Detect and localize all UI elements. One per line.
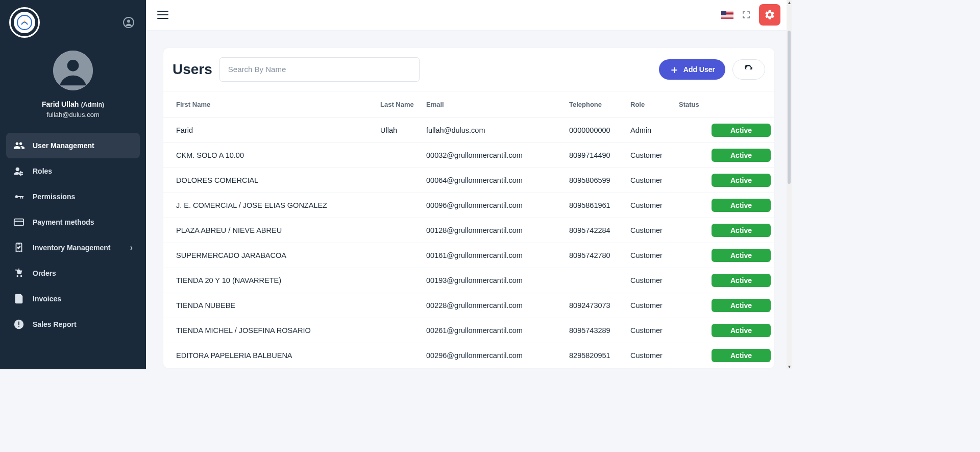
search-input[interactable] — [219, 57, 420, 82]
svg-rect-17 — [721, 15, 733, 16]
status-badge[interactable]: Active — [712, 299, 771, 312]
refresh-icon — [744, 65, 753, 74]
avatar — [53, 51, 93, 90]
users-card: Users ＋ Add User First Name — [163, 48, 774, 368]
table-row[interactable]: EDITORA PAPELERIA BALBUENA00296@grullonm… — [163, 343, 774, 368]
table-row[interactable]: TIENDA 20 Y 10 (NAVARRETE)00193@grullonm… — [163, 268, 774, 293]
svg-rect-18 — [721, 17, 733, 17]
cell-first-name: PLAZA ABREU / NIEVE ABREU — [176, 226, 380, 234]
cell-email: 00228@grullonmercantil.com — [426, 301, 569, 310]
add-user-button[interactable]: ＋ Add User — [659, 59, 725, 80]
cell-role: Customer — [630, 301, 679, 310]
table-row[interactable]: PLAZA ABREU / NIEVE ABREU00128@grullonme… — [163, 218, 774, 243]
cell-email: fullah@dulus.com — [426, 126, 569, 134]
nav-icon — [13, 319, 24, 330]
cell-role: Customer — [630, 201, 679, 209]
status-badge[interactable]: Active — [712, 249, 771, 262]
status-badge[interactable]: Active — [712, 274, 771, 287]
status-badge[interactable]: Active — [712, 349, 771, 362]
chevron-right-icon: › — [130, 243, 133, 252]
status-badge[interactable]: Active — [712, 149, 771, 162]
col-email: Email — [426, 101, 569, 108]
svg-point-7 — [15, 195, 18, 198]
table-row[interactable]: J. E. COMERCIAL / JOSE ELIAS GONZALEZ000… — [163, 193, 774, 218]
menu-toggle-button[interactable] — [157, 11, 168, 19]
cell-role: Customer — [630, 351, 679, 360]
profile-email: fullah@dulus.com — [10, 111, 136, 118]
scrollbar[interactable]: ▴ ▾ — [787, 0, 792, 369]
nav: User ManagementRolesPermissionsPayment m… — [0, 129, 146, 341]
table-row[interactable]: SUPERMERCADO JARABACOA00161@grullonmerca… — [163, 243, 774, 268]
sidebar-item-payment-methods[interactable]: Payment methods — [6, 209, 140, 235]
cell-telephone: 0000000000 — [569, 126, 630, 134]
brand-logo[interactable] — [9, 7, 40, 38]
status-badge[interactable]: Active — [712, 174, 771, 187]
sidebar-item-label: Orders — [33, 269, 56, 277]
svg-point-6 — [16, 168, 19, 171]
table-row[interactable]: FaridUllahfullah@dulus.com0000000000Admi… — [163, 118, 774, 143]
settings-button[interactable] — [759, 4, 780, 26]
svg-point-1 — [24, 21, 26, 22]
status-badge[interactable]: Active — [712, 124, 771, 137]
svg-point-3 — [127, 20, 130, 23]
cell-role: Customer — [630, 151, 679, 159]
sidebar-item-label: Sales Report — [33, 320, 77, 328]
cell-first-name: Farid — [176, 126, 380, 134]
status-badge[interactable]: Active — [712, 199, 771, 212]
cell-last-name: Ullah — [380, 126, 426, 134]
cell-telephone: 8095743289 — [569, 326, 630, 335]
cell-first-name: EDITORA PAPELERIA BALBUENA — [176, 351, 380, 360]
cell-email: 00096@grullonmercantil.com — [426, 201, 569, 209]
cell-email: 00161@grullonmercantil.com — [426, 251, 569, 259]
cell-first-name: CKM. SOLO A 10.00 — [176, 151, 380, 159]
table-row[interactable]: CKM. SOLO A 10.0000032@grullonmercantil.… — [163, 143, 774, 168]
cell-email: 00032@grullonmercantil.com — [426, 151, 569, 159]
users-table: First Name Last Name Email Telephone Rol… — [163, 91, 774, 368]
cell-first-name: TIENDA MICHEL / JOSEFINA ROSARIO — [176, 326, 380, 335]
add-user-label: Add User — [683, 65, 715, 74]
sidebar-item-inventory-management[interactable]: Inventory Management› — [6, 235, 140, 260]
profile-icon[interactable] — [122, 16, 135, 29]
cell-email: 00128@grullonmercantil.com — [426, 226, 569, 234]
sidebar-item-label: Payment methods — [33, 218, 94, 226]
sidebar-item-roles[interactable]: Roles — [6, 158, 140, 184]
cell-telephone: 8092473073 — [569, 301, 630, 310]
table-row[interactable]: DOLORES COMERCIAL00064@grullonmercantil.… — [163, 168, 774, 193]
brand-logo-icon — [16, 14, 33, 31]
cell-first-name: J. E. COMERCIAL / JOSE ELIAS GONZALEZ — [176, 201, 380, 209]
col-first-name: First Name — [176, 101, 380, 108]
svg-rect-11 — [18, 322, 19, 325]
cell-telephone: 8095861961 — [569, 201, 630, 209]
cell-role: Customer — [630, 176, 679, 184]
cell-email: 00193@grullonmercantil.com — [426, 276, 569, 284]
sidebar-item-permissions[interactable]: Permissions — [6, 184, 140, 209]
nav-icon — [13, 165, 24, 177]
table-row[interactable]: TIENDA MICHEL / JOSEFINA ROSARIO00261@gr… — [163, 318, 774, 343]
col-telephone: Telephone — [569, 101, 630, 108]
col-status: Status — [679, 101, 771, 108]
sidebar-item-label: Invoices — [33, 295, 61, 303]
cell-first-name: DOLORES COMERCIAL — [176, 176, 380, 184]
cell-role: Customer — [630, 251, 679, 259]
flag-us-icon[interactable] — [721, 11, 733, 19]
sidebar-item-orders[interactable]: Orders — [6, 260, 140, 286]
sidebar-item-sales-report[interactable]: Sales Report — [6, 312, 140, 337]
cell-first-name: TIENDA NUBEBE — [176, 301, 380, 310]
sidebar-item-label: Inventory Management — [33, 244, 110, 252]
sidebar-item-invoices[interactable]: Invoices — [6, 286, 140, 312]
table-row[interactable]: TIENDA NUBEBE00228@grullonmercantil.com8… — [163, 293, 774, 318]
cell-telephone: 8095742284 — [569, 226, 630, 234]
profile-name: Farid Ullah — [42, 100, 79, 108]
sidebar: Farid Ullah (Admin) fullah@dulus.com Use… — [0, 0, 146, 369]
nav-icon — [13, 217, 24, 228]
fullscreen-icon[interactable] — [742, 10, 751, 19]
refresh-button[interactable] — [732, 59, 765, 80]
cell-email: 00261@grullonmercantil.com — [426, 326, 569, 335]
status-badge[interactable]: Active — [712, 324, 771, 337]
nav-icon — [13, 242, 24, 253]
cell-email: 00296@grullonmercantil.com — [426, 351, 569, 360]
sidebar-item-user-management[interactable]: User Management — [6, 133, 140, 158]
cell-email: 00064@grullonmercantil.com — [426, 176, 569, 184]
sidebar-item-label: Roles — [33, 167, 52, 175]
status-badge[interactable]: Active — [712, 224, 771, 237]
